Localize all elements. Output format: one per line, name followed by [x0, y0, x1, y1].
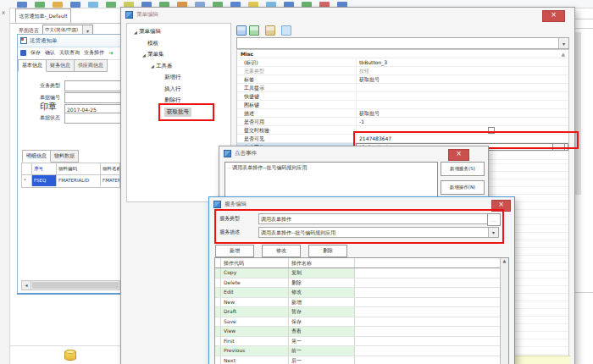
tree-expander-icon[interactable]: ◢ [132, 30, 139, 35]
tree-item-insert-row[interactable]: 插入行 [127, 84, 230, 96]
tab-basic-info[interactable]: 基本信息 [18, 59, 47, 72]
tree-item-menu-edit[interactable]: ◢ 菜单编辑 [127, 26, 230, 38]
events-icon[interactable] [281, 25, 291, 36]
tree-item-template[interactable]: 模板 [127, 38, 230, 50]
cell-seq-selected: FSEQ [32, 175, 57, 186]
property-row-validate-on-submit[interactable]: 提交时校验 [237, 126, 568, 135]
tree-item-menu-set[interactable]: ◢ 菜单集 [127, 49, 230, 61]
property-row-shortcut[interactable]: 快捷键 [237, 92, 568, 101]
property-row-description[interactable]: 描述 获取批号 [237, 109, 568, 118]
property-row-id[interactable]: (标识) tbButton_3 [237, 58, 568, 67]
col-header-material-code[interactable]: 物料编码 [57, 163, 101, 174]
scrollbar-thumb[interactable] [32, 282, 119, 289]
background-divider [574, 292, 593, 293]
delete-button[interactable]: 删除 [308, 245, 347, 257]
property-row-enabled[interactable]: 是否可用 -1 [237, 118, 568, 126]
scroll-up-icon[interactable]: ▲ [503, 258, 507, 263]
property-row-element-type[interactable]: 元素类型 按钮 [237, 67, 568, 75]
table-row-copy[interactable]: Copy 复制 [215, 268, 508, 279]
table-row-delete[interactable]: Delete 删除 [215, 279, 508, 289]
related-query-button[interactable]: 关联查询 [59, 49, 80, 57]
doc-number-input[interactable] [64, 92, 121, 103]
business-action-button[interactable]: 业务操作 [84, 49, 104, 57]
toolbar-icon[interactable] [70, 2, 80, 8]
modify-button[interactable]: 修改 [262, 245, 301, 257]
table-row-previous[interactable]: Previous 前一 [215, 346, 508, 356]
tree-expander-icon[interactable]: ◢ [141, 52, 147, 58]
detail-grid: 序号 物料编码 物料名称 * FSEQ FMATERIALID FMATERIA [21, 163, 120, 188]
categorized-view-icon[interactable] [236, 25, 247, 36]
table-row-view[interactable]: View 查看 [215, 327, 508, 337]
event-list-item[interactable]: - 调用表单操作--批号编码规则应用 [225, 163, 437, 174]
tree-item-delete-row[interactable]: 删除行 [127, 95, 230, 107]
close-icon[interactable]: × [491, 200, 511, 212]
add-service-button[interactable]: 新增服务(S) [441, 162, 485, 176]
document-tab[interactable]: 送货通知单-_Default [15, 8, 71, 24]
property-row-tooltip[interactable]: 工具提示 [237, 84, 568, 92]
operation-table-header: 操作代码 操作名称 [215, 258, 508, 268]
form-window-title: 送货通知单 [30, 37, 58, 45]
add-button[interactable]: 新增 [215, 245, 254, 257]
tree-item-toolbar[interactable]: ◢ 工具条 [127, 61, 230, 73]
vertical-scrollbar[interactable]: ▲ [500, 258, 508, 364]
property-row-icon-key[interactable]: 图标键 [237, 101, 568, 109]
col-header-material-name[interactable]: 物料名称 [101, 163, 119, 174]
tree-expander-icon[interactable]: ◢ [149, 63, 156, 69]
menu-editor-titlebar: 菜单编辑 [121, 8, 574, 21]
click-event-title: 点击事件 [235, 150, 257, 157]
checkbox[interactable] [488, 127, 495, 134]
toolbar-icon[interactable] [35, 2, 45, 8]
toolbar-icon[interactable] [106, 2, 116, 8]
close-icon[interactable]: × [542, 10, 565, 22]
alphabetical-sort-icon[interactable] [249, 25, 259, 36]
toolbar-icon[interactable] [53, 2, 63, 8]
property-help-strip [514, 356, 570, 364]
chevron-down-icon: ▾ [488, 228, 498, 237]
tab-supplier-info[interactable]: 供应商信息 [75, 59, 108, 72]
property-object-select[interactable]: ▾ [236, 37, 569, 49]
detail-tab-strip: 明细信息 物料数据 [22, 150, 122, 163]
service-type-input[interactable]: 调用表单操作 [258, 213, 489, 224]
scroll-left-icon[interactable]: ◂ [22, 281, 31, 290]
table-row-save[interactable]: Save 保存 [215, 317, 508, 328]
service-desc-select[interactable]: 调用表单操作--批号编码规则应用 ▾ [258, 227, 499, 238]
tab-detail-info[interactable]: 明细信息 [22, 150, 51, 163]
col-header-op-name[interactable]: 操作名称 [289, 258, 355, 267]
table-row-draft[interactable]: Draft 暂存 [215, 307, 508, 317]
scroll-up-icon[interactable]: ▲ [356, 50, 568, 58]
menu-tree-panel: ◢ 菜单编辑 模板 ◢ 菜单集 ◢ 工具条 新增行 插入行 删除行 获取批号 [126, 23, 231, 202]
table-row-first[interactable]: First 第一 [215, 337, 508, 347]
business-type-input[interactable] [64, 80, 121, 91]
property-row-label[interactable]: 标签 获取批号 [237, 75, 568, 84]
tab-finance-info[interactable]: 财务信息 [47, 59, 75, 72]
cell-material-name: FMATERIA [101, 175, 119, 186]
confirm-button[interactable]: 确认 [45, 49, 55, 57]
service-desc-label: 服务描述 [219, 229, 240, 236]
tree-item-get-batch-no[interactable]: 获取批号 [127, 107, 230, 119]
doc-status-input[interactable] [64, 113, 121, 124]
dock-strip: x [0, 8, 10, 364]
toolbar-icon[interactable] [17, 2, 27, 8]
row-marker: * [22, 175, 32, 186]
table-row-new[interactable]: New 新增 [215, 298, 508, 308]
table-row-next[interactable]: Next 后一 [215, 356, 508, 364]
tree-item-add-row[interactable]: 新增行 [127, 72, 230, 84]
add-operation-button[interactable]: 新增操作(N) [441, 180, 485, 195]
save-button[interactable]: 保存 [30, 49, 41, 57]
close-icon[interactable]: × [448, 149, 469, 161]
col-header-op-code[interactable]: 操作代码 [221, 258, 289, 267]
toolbar-icon[interactable] [88, 2, 98, 8]
horizontal-scrollbar[interactable]: ◂ [21, 280, 120, 290]
property-pages-icon[interactable] [265, 25, 275, 36]
panel-close-icon[interactable]: x [2, 9, 5, 16]
operation-table: 操作代码 操作名称 Copy 复制 Delete 删除 Edit 修改 New … [214, 257, 509, 364]
tab-material-data[interactable]: 物料数据 [51, 150, 79, 163]
ellipsis-button[interactable]: … [552, 143, 565, 151]
col-header-seq[interactable]: 序号 [32, 163, 57, 174]
table-row-edit[interactable]: Edit 修改 [215, 288, 508, 298]
detail-grid-row[interactable]: * FSEQ FMATERIALID FMATERIA [22, 175, 119, 186]
cell-material-code: FMATERIALID [57, 175, 101, 186]
background-divider [575, 28, 593, 29]
property-row-visible[interactable]: 是否可见 2147483647 [237, 135, 568, 143]
service-type-ellipsis-button[interactable]: … [487, 213, 501, 226]
